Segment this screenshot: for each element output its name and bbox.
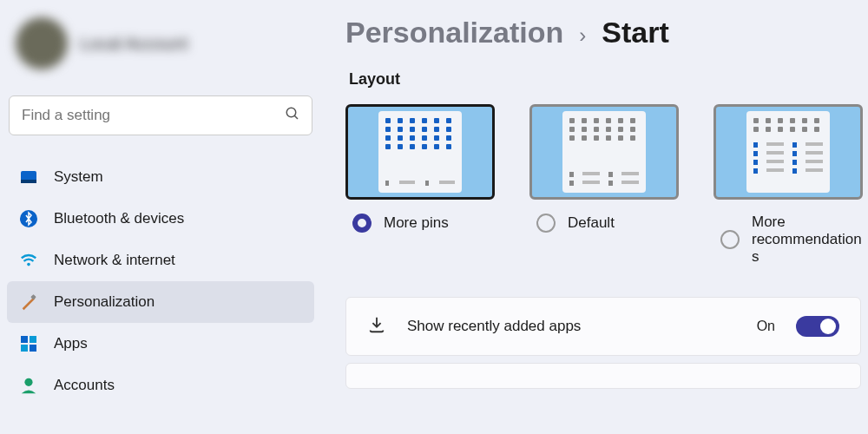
sidebar-item-label: Personalization — [54, 293, 155, 311]
setting-row-partial[interactable] — [345, 363, 861, 389]
layout-preview-more-recs[interactable] — [713, 104, 863, 200]
sidebar-item-accounts[interactable]: Accounts — [7, 365, 314, 406]
sidebar: Local Account System Bluetooth & devices… — [0, 0, 321, 434]
svg-point-5 — [27, 263, 30, 266]
radio-row: More recommendations — [713, 214, 863, 266]
sidebar-item-personalization[interactable]: Personalization — [7, 281, 314, 323]
chevron-right-icon: › — [579, 23, 586, 48]
radio-row: More pins — [345, 214, 495, 233]
radio-more-recs[interactable] — [720, 230, 740, 249]
profile-name: Local Account — [80, 34, 188, 54]
setting-label: Show recently added apps — [407, 318, 736, 335]
search-icon — [285, 106, 300, 125]
search-input[interactable] — [9, 95, 312, 135]
layout-option-default: Default — [529, 104, 679, 266]
toggle-recently-added[interactable] — [796, 316, 839, 337]
layout-preview-more-pins[interactable] — [345, 104, 495, 200]
layout-option-more-recs: More recommendations — [713, 104, 863, 266]
svg-point-11 — [24, 378, 32, 386]
paint-icon — [19, 293, 38, 312]
svg-rect-10 — [30, 345, 36, 352]
sidebar-item-apps[interactable]: Apps — [7, 323, 314, 365]
sidebar-item-network[interactable]: Network & internet — [7, 240, 314, 281]
svg-rect-8 — [30, 336, 36, 343]
wifi-icon — [19, 251, 38, 270]
bluetooth-icon — [19, 209, 38, 228]
avatar — [16, 17, 68, 69]
radio-label: More pins — [384, 214, 449, 232]
radio-row: Default — [529, 214, 679, 233]
setting-recently-added[interactable]: Show recently added apps On — [345, 297, 861, 356]
radio-more-pins[interactable] — [352, 214, 372, 233]
sidebar-item-label: Accounts — [54, 377, 115, 394]
main-content: Personalization › Start Layout More — [321, 0, 868, 434]
radio-label: Default — [568, 214, 615, 232]
svg-rect-9 — [21, 345, 28, 352]
toggle-state: On — [757, 319, 775, 334]
search-wrap — [9, 95, 312, 135]
breadcrumb-current: Start — [602, 16, 668, 49]
system-icon — [19, 168, 38, 187]
layout-preview-default[interactable] — [529, 104, 679, 200]
radio-default[interactable] — [536, 214, 556, 233]
sidebar-item-label: Apps — [54, 335, 88, 352]
account-icon — [19, 376, 38, 395]
apps-icon — [19, 334, 38, 353]
svg-point-0 — [286, 108, 296, 117]
download-icon — [367, 315, 386, 338]
radio-label: More recommendations — [752, 214, 863, 266]
breadcrumb-parent[interactable]: Personalization — [345, 16, 563, 49]
layout-options: More pins Default — [345, 104, 861, 266]
sidebar-item-bluetooth[interactable]: Bluetooth & devices — [7, 198, 314, 240]
sidebar-item-system[interactable]: System — [7, 156, 314, 198]
profile-block[interactable]: Local Account — [7, 9, 314, 78]
breadcrumb: Personalization › Start — [345, 16, 861, 49]
sidebar-item-label: Bluetooth & devices — [54, 210, 184, 227]
svg-rect-6 — [30, 294, 36, 299]
svg-line-1 — [294, 115, 298, 119]
svg-rect-7 — [21, 336, 28, 343]
sidebar-item-label: System — [54, 168, 103, 186]
sidebar-item-label: Network & internet — [54, 252, 175, 269]
svg-rect-3 — [21, 180, 36, 183]
layout-option-more-pins: More pins — [345, 104, 495, 266]
section-title-layout: Layout — [349, 70, 861, 89]
